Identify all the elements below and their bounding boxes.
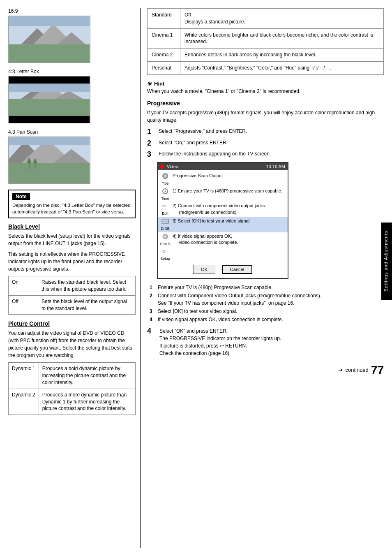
dvd-screen-header: Video 10:10 AM <box>158 163 288 170</box>
table-row: Standard OffDisplays a standard picture. <box>148 9 384 29</box>
svg-rect-5 <box>9 16 90 26</box>
note-title: Note <box>12 193 30 200</box>
progressive-text: If your TV accepts progressive (480p) fo… <box>147 109 384 124</box>
cinema-table: Standard OffDisplays a standard picture.… <box>147 8 384 75</box>
black-level-text: Selects the black level (setup level) fo… <box>8 232 136 247</box>
note-text: Depending on the disc, "4:3 Letter Box" … <box>12 202 131 215</box>
sub-step-4-text: If video signal appears OK, video connec… <box>158 316 283 323</box>
step-1-text: Select "Progressive," and press ENTER. <box>159 128 247 135</box>
svg-rect-19 <box>9 137 90 145</box>
dvd-row-disc-content: 4) If video signal appears OK, video con… <box>173 233 286 246</box>
dynamic1-desc: Produces a bold dynamic picture by incre… <box>39 363 135 389</box>
bl-on-desc: Raises the standard black level. Select … <box>38 276 136 296</box>
aspect-43ps-section: 4:3 Pan Scan <box>8 129 136 184</box>
settings-adjustments-tab: Settings and Adjustments <box>381 222 392 300</box>
hint-box: ☀ Hint When you watch a movie, "Cinema 1… <box>147 81 384 94</box>
dvd-row-time-content: 1) Ensure your TV is (480P) progressive … <box>173 188 286 194</box>
dvd-body: Title Progressive Scan Output Time 1) En… <box>158 170 288 278</box>
sub-steps: 1 Ensure your TV is (480p) Progressive S… <box>150 284 384 323</box>
standard-label: Standard <box>148 9 180 29</box>
dvd-header-label: Video <box>167 164 178 169</box>
picture-control-text: You can adjust the video signal of DVD o… <box>8 329 136 359</box>
dvd-row-title-content: Progressive Scan Output <box>173 173 286 179</box>
dvd-row-setup: ⚙ Setup <box>158 247 288 262</box>
sub-step-4: 4 If video signal appears OK, video conn… <box>150 316 384 323</box>
note-box: Note Depending on the disc, "4:3 Letter … <box>8 190 136 218</box>
sub-step-2: 2 Connect with Component Video Output ja… <box>150 292 384 307</box>
svg-rect-1 <box>9 44 90 63</box>
svg-point-33 <box>164 236 166 237</box>
svg-text:✂: ✂ <box>162 203 166 209</box>
aspect-43ps-label: 4:3 Pan Scan <box>8 129 136 135</box>
step-3-num: 3 <box>147 151 156 159</box>
dvd-row-dvdbs: D/DB 3) Select [OK] to test your video s… <box>158 217 288 232</box>
continued-footer: ➔ continued 77 <box>147 364 384 377</box>
step-4: 4 Select "OK" and press ENTER. The PROGR… <box>147 327 384 357</box>
dynamic2-label: Dynamic 2 <box>9 389 39 415</box>
bl-off-desc: Sets the black level of the output signa… <box>38 295 136 315</box>
sub-step-3: 3 Select [OK] to test your video signal. <box>150 308 384 315</box>
title-icon: Title <box>159 173 171 186</box>
table-row: Cinema 2 Enhances details in dark areas … <box>148 49 384 62</box>
aspect-43lb-label: 4:3 Letter Box <box>8 69 136 74</box>
sub-step-3-text: Select [OK] to test your video signal. <box>158 308 237 315</box>
black-level-text2: This setting is not effective when the P… <box>8 250 136 273</box>
hint-title: ☀ Hint <box>147 81 384 87</box>
dvd-row-dvdbs-content: 3) Select [OK] to test your video signal… <box>173 218 286 224</box>
progressive-heading: Progressive <box>147 100 384 107</box>
ok-button[interactable]: OK <box>193 265 215 274</box>
svg-point-25 <box>164 174 167 178</box>
dvd-row-time: Time 1) Ensure your TV is (480P) progres… <box>158 187 288 202</box>
dvdbs-icon: D/DB <box>159 218 171 232</box>
cancel-button[interactable]: Cancel <box>222 265 252 274</box>
aspect-43ps-image <box>8 137 90 184</box>
step-1-num: 1 <box>147 128 156 136</box>
page-number: 77 <box>371 364 384 377</box>
hint-text: When you watch a movie, "Cinema 1" or "C… <box>147 88 384 94</box>
step-2-text: Select "On," and press ENTER. <box>159 139 228 146</box>
picture-control-table: Dynamic 1 Produces a bold dynamic pictur… <box>8 362 136 415</box>
hint-icon: ☀ <box>147 81 152 87</box>
time-icon: Time <box>159 188 171 202</box>
sub-step-1-num: 1 <box>150 284 156 291</box>
continued-arrow: ➔ <box>338 367 343 373</box>
sub-step-2-num: 2 <box>150 292 156 307</box>
svg-rect-15 <box>9 163 90 183</box>
personal-label: Personal <box>148 61 180 74</box>
aspect-169-image <box>8 16 90 63</box>
sub-step-1: 1 Ensure your TV is (480p) Progressive S… <box>150 284 384 291</box>
aspect-169-section: 16:9 <box>8 8 136 63</box>
table-row: Dynamic 2 Produces a more dynamic pictur… <box>9 389 136 415</box>
sub-step-1-text: Ensure your TV is (480p) Progressive Sca… <box>158 284 272 291</box>
dvd-row-edit: ✂ Edit 2) Connect with component video o… <box>158 202 288 217</box>
step-3-text: Follow the instructions appearing on the… <box>159 151 271 158</box>
dvd-header-time: 10:10 AM <box>266 164 285 169</box>
dvd-screen: Video 10:10 AM Title Progressive Scan Ou… <box>157 162 288 279</box>
step-3: 3 Follow the instructions appearing on t… <box>147 151 384 159</box>
table-row: Off Sets the black level of the output s… <box>9 295 136 315</box>
bl-on-label: On <box>9 276 38 296</box>
dvd-btn-row: OK Cancel <box>158 262 288 276</box>
step-4-text: Select "OK" and press ENTER. The PROGRES… <box>159 327 281 357</box>
step-2-num: 2 <box>147 139 156 148</box>
black-level-table: On Raises the standard black level. Sele… <box>8 276 136 315</box>
aspect-169-label: 16:9 <box>8 8 136 14</box>
black-level-heading: Black Level <box>8 223 136 230</box>
table-row: Dynamic 1 Produces a bold dynamic pictur… <box>9 363 136 389</box>
dvd-row-edit-content: 2) Connect with component video output j… <box>173 203 286 215</box>
sub-step-3-num: 3 <box>150 308 156 315</box>
svg-line-28 <box>165 191 166 192</box>
dynamic1-label: Dynamic 1 <box>9 363 39 389</box>
dvd-row-title: Title Progressive Scan Output <box>158 172 288 187</box>
dvd-dot <box>160 164 164 169</box>
picture-control-heading: Picture Control <box>8 320 136 327</box>
dynamic2-desc: Produces a more dynamic picture than Dyn… <box>39 389 135 415</box>
dvd-row-disc: Disc S 4) If video signal appears OK, vi… <box>158 232 288 248</box>
personal-desc: Adjusts "Contrast," "Brightness," "Color… <box>180 61 384 74</box>
cinema2-label: Cinema 2 <box>148 49 180 62</box>
bl-off-label: Off <box>9 295 38 315</box>
aspect-43lb-section: 4:3 Letter Box <box>8 69 136 123</box>
left-column: 16:9 4:3 Letter Box <box>8 8 136 548</box>
svg-rect-13 <box>9 84 90 92</box>
standard-desc: OffDisplays a standard picture. <box>180 9 384 29</box>
